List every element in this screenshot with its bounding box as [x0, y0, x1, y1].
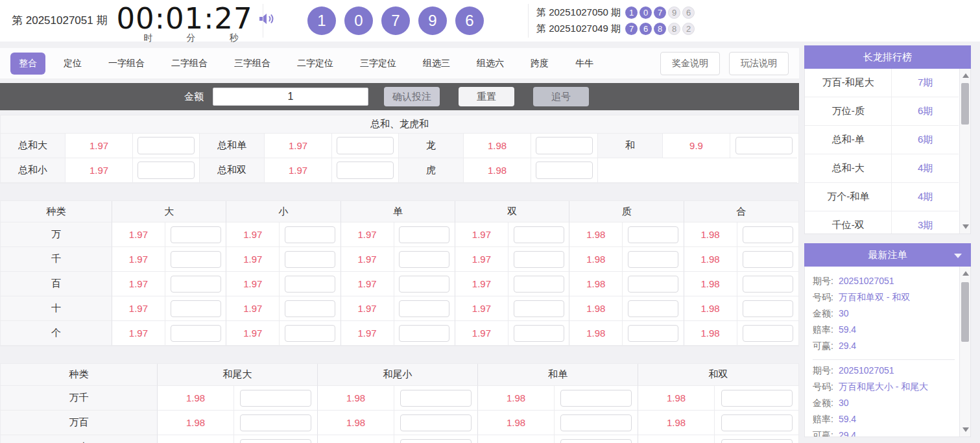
bet-amount-input[interactable]: [171, 276, 221, 293]
bet-amount-input[interactable]: [514, 325, 564, 342]
odds-value[interactable]: 1.98: [569, 321, 623, 346]
odds-value[interactable]: 1.98: [318, 435, 394, 443]
bet-amount-input[interactable]: [399, 325, 449, 342]
odds-value[interactable]: 1.98: [569, 222, 623, 247]
bet-amount-input[interactable]: [171, 300, 221, 317]
bet-amount-input[interactable]: [285, 226, 335, 243]
bet-amount-input[interactable]: [400, 390, 472, 407]
bet-amount-input[interactable]: [137, 162, 195, 179]
odds-value[interactable]: 1.97: [341, 247, 394, 272]
reset-button[interactable]: 重置: [459, 87, 514, 106]
odds-value[interactable]: 1.98: [478, 386, 555, 411]
odds-value[interactable]: 1.98: [158, 435, 234, 443]
odds-value[interactable]: 1.97: [226, 247, 280, 272]
odds-value[interactable]: 1.97: [66, 158, 133, 183]
bet-amount-input[interactable]: [399, 226, 449, 243]
bet-amount-input[interactable]: [536, 162, 593, 179]
nav-tab[interactable]: 组选六: [468, 53, 512, 75]
odds-value[interactable]: 1.98: [318, 386, 394, 411]
odds-value[interactable]: 1.97: [341, 321, 394, 346]
bet-amount-input[interactable]: [240, 414, 311, 431]
confirm-bet-button[interactable]: 确认投注: [384, 87, 440, 106]
bet-amount-input[interactable]: [743, 226, 793, 243]
scroll-down-icon[interactable]: [962, 224, 969, 229]
dragon-list-item[interactable]: 万个-和单4期: [805, 183, 959, 211]
scroll-up-icon[interactable]: [962, 73, 969, 78]
bet-amount-input[interactable]: [400, 414, 472, 431]
info-button[interactable]: 玩法说明: [729, 52, 789, 75]
scroll-up-icon[interactable]: [962, 271, 969, 276]
bet-amount-input[interactable]: [560, 390, 632, 407]
bet-amount-input[interactable]: [514, 251, 564, 268]
odds-value[interactable]: 1.97: [455, 296, 508, 321]
bet-amount-input[interactable]: [743, 300, 793, 317]
bet-amount-input[interactable]: [240, 439, 311, 443]
amount-input[interactable]: [213, 88, 368, 106]
odds-value[interactable]: 1.98: [638, 411, 715, 435]
bet-amount-input[interactable]: [735, 137, 793, 154]
bet-amount-input[interactable]: [721, 439, 793, 443]
odds-value[interactable]: 1.97: [455, 321, 508, 346]
odds-value[interactable]: 1.97: [265, 134, 332, 158]
odds-value[interactable]: 1.98: [569, 247, 623, 272]
odds-value[interactable]: 1.98: [569, 296, 623, 321]
nav-tab[interactable]: 整合: [10, 53, 45, 75]
odds-value[interactable]: 1.97: [226, 296, 280, 321]
bet-amount-input[interactable]: [560, 439, 632, 443]
dragon-list-item[interactable]: 万位-质6期: [805, 97, 959, 126]
dragon-list-item[interactable]: 万百-和尾大7期: [805, 69, 959, 97]
nav-tab[interactable]: 二字组合: [163, 53, 216, 75]
odds-value[interactable]: 1.98: [318, 411, 394, 435]
odds-value[interactable]: 1.98: [478, 435, 555, 443]
bet-amount-input[interactable]: [628, 226, 678, 243]
bet-amount-input[interactable]: [514, 226, 564, 243]
bet-amount-input[interactable]: [285, 325, 335, 342]
odds-value[interactable]: 1.98: [158, 411, 234, 435]
caret-down-icon[interactable]: [954, 254, 962, 258]
bet-amount-input[interactable]: [536, 137, 593, 154]
nav-tab[interactable]: 定位: [55, 53, 90, 75]
scroll-down-icon[interactable]: [962, 427, 969, 432]
odds-value[interactable]: 1.98: [158, 386, 234, 411]
chase-number-button[interactable]: 追号: [533, 87, 589, 106]
bet-amount-input[interactable]: [628, 276, 678, 293]
bet-amount-input[interactable]: [560, 414, 632, 431]
bet-amount-input[interactable]: [171, 251, 221, 268]
odds-value[interactable]: 1.97: [112, 222, 165, 247]
bet-amount-input[interactable]: [399, 251, 449, 268]
orders-panel-header[interactable]: 最新注单: [804, 243, 971, 267]
odds-value[interactable]: 1.97: [112, 296, 165, 321]
odds-value[interactable]: 1.97: [265, 158, 332, 183]
scrollbar-thumb[interactable]: [961, 282, 969, 342]
odds-value[interactable]: 1.98: [684, 222, 737, 247]
odds-value[interactable]: 1.97: [66, 134, 133, 158]
scrollbar-track[interactable]: [959, 69, 970, 233]
bet-amount-input[interactable]: [171, 325, 221, 342]
dragon-list-item[interactable]: 总和-大4期: [805, 154, 959, 183]
bet-amount-input[interactable]: [285, 300, 335, 317]
odds-value[interactable]: 1.98: [569, 272, 623, 296]
bet-amount-input[interactable]: [743, 276, 793, 293]
bet-amount-input[interactable]: [137, 137, 195, 154]
odds-value[interactable]: 1.98: [638, 386, 715, 411]
odds-value[interactable]: 1.98: [684, 247, 737, 272]
bet-amount-input[interactable]: [171, 226, 221, 243]
odds-value[interactable]: 1.97: [341, 272, 394, 296]
odds-value[interactable]: 1.98: [684, 321, 737, 346]
odds-value[interactable]: 1.97: [341, 222, 394, 247]
scrollbar-thumb[interactable]: [961, 83, 969, 125]
bet-amount-input[interactable]: [743, 251, 793, 268]
bet-amount-input[interactable]: [514, 300, 564, 317]
scrollbar-track[interactable]: [959, 267, 970, 437]
bet-amount-input[interactable]: [628, 251, 678, 268]
odds-value[interactable]: 1.97: [226, 222, 280, 247]
bet-amount-input[interactable]: [400, 439, 472, 443]
bet-amount-input[interactable]: [337, 162, 394, 179]
nav-tab[interactable]: 跨度: [522, 53, 557, 75]
bet-amount-input[interactable]: [337, 137, 394, 154]
odds-value[interactable]: 1.97: [226, 321, 280, 346]
bet-amount-input[interactable]: [514, 276, 564, 293]
odds-value[interactable]: 1.98: [464, 158, 531, 183]
bet-amount-input[interactable]: [628, 325, 678, 342]
bet-amount-input[interactable]: [285, 251, 335, 268]
